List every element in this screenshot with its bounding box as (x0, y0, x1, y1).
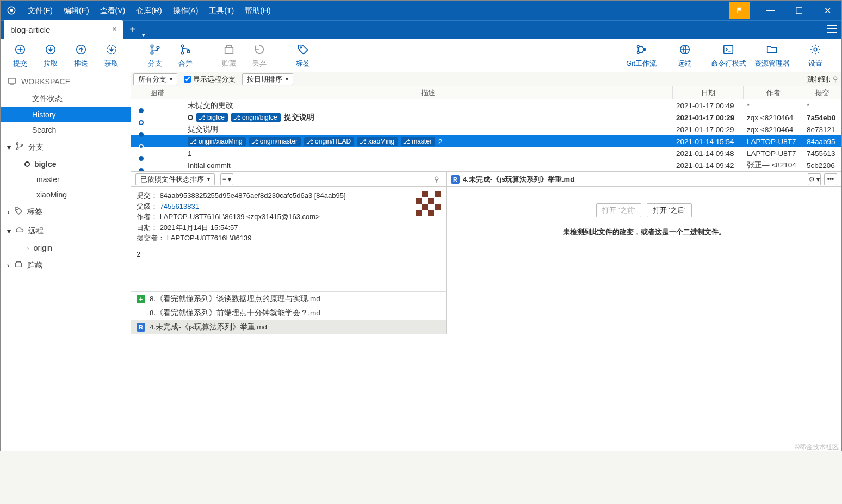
merge-button[interactable]: 合并 (170, 42, 201, 69)
cli-button[interactable]: 命令行模式 (707, 42, 750, 69)
tags-section[interactable]: › 标签 (1, 202, 131, 221)
branch-item[interactable]: xiaoMing (1, 187, 131, 202)
resmgr-button[interactable]: 资源管理器 (750, 42, 794, 69)
filter-bar: 所有分支▾ 显示远程分支 按日期排序▾ 跳转到:⚲ (131, 72, 841, 86)
svg-point-19 (300, 46, 302, 48)
toolbar: 提交拉取推送获取分支合并贮藏丢弃标签 Git工作流远端命令行模式资源管理器设置 (1, 39, 841, 72)
svg-point-28 (16, 143, 18, 145)
branches-section[interactable]: ▾ 分支 (1, 138, 131, 157)
ref-badge: ⎇bigIce (196, 113, 228, 122)
pull-button[interactable]: 拉取 (35, 42, 66, 69)
stashes-section[interactable]: › 贮藏 (1, 256, 131, 275)
resmgr-icon (766, 42, 778, 57)
show-remote-checkbox[interactable]: 显示远程分支 (184, 74, 236, 84)
file-row[interactable]: +8.《看完就懂系列》谈谈数据埋点的原理与实现.md (131, 292, 446, 306)
tag-button[interactable]: 标签 (288, 42, 318, 69)
svg-point-14 (181, 45, 184, 47)
parent-link[interactable]: 7455613831 (160, 202, 199, 210)
remotes-section[interactable]: ▾ 远程 (1, 221, 131, 240)
search-icon[interactable]: ⚲ (430, 175, 444, 183)
svg-point-11 (151, 45, 153, 47)
stash-icon (14, 260, 23, 270)
commit-row[interactable]: 未提交的更改2021-01-17 00:49** (131, 99, 841, 111)
changed-files: +8.《看完就懂系列》谈谈数据埋点的原理与实现.md−8.《看完就懂系列》前端埋… (131, 291, 446, 334)
svg-point-30 (21, 144, 22, 146)
commit-icon (14, 42, 26, 57)
discard-button[interactable]: 丢弃 (244, 42, 275, 69)
gitflow-icon (635, 42, 647, 57)
menu-item[interactable]: 帮助(H) (239, 1, 276, 20)
settings-icon (809, 42, 821, 57)
svg-rect-33 (16, 262, 20, 263)
svg-rect-26 (8, 78, 16, 83)
add-tab-button[interactable]: + (123, 20, 142, 39)
close-button[interactable]: ✕ (813, 1, 841, 20)
list-view-button[interactable]: ≡ ▾ (220, 173, 233, 185)
notification-flag-icon[interactable] (729, 2, 750, 19)
menu-item[interactable]: 查看(V) (95, 1, 131, 20)
remote-button[interactable]: 远端 (663, 42, 707, 69)
watermark: ©稀金技术社区 (795, 443, 839, 452)
sidebar: WORKSPACE 文件状态HistorySearch ▾ 分支 bigIcem… (1, 72, 131, 451)
menu-item[interactable]: 文件(F) (22, 1, 58, 20)
sidebar-item[interactable]: Search (1, 122, 131, 138)
branch-icon (15, 142, 24, 152)
branch-item[interactable]: master (1, 172, 131, 187)
open-after-button[interactable]: 打开 '之后' (647, 203, 692, 217)
file-row[interactable]: −8.《看完就懂系列》前端埋点十分钟就能学会？.md (131, 306, 446, 320)
push-button[interactable]: 推送 (66, 42, 96, 69)
branch-button[interactable]: 分支 (140, 42, 170, 69)
commit-row[interactable]: 提交说明2021-01-17 00:29zqx <82104648e73121 (131, 123, 841, 135)
tab-label: blog-article (10, 25, 50, 34)
stash-button[interactable]: 贮藏 (214, 42, 244, 69)
maximize-button[interactable]: ☐ (785, 1, 813, 20)
minimize-button[interactable]: — (757, 1, 785, 20)
close-tab-icon[interactable]: × (112, 24, 117, 34)
remote-icon (679, 42, 691, 57)
diff-file-name: 4.未完成-《js玩算法系列》举重.md (463, 175, 574, 184)
commit-row[interactable]: Initial commit2021-01-14 09:42张正— <82104… (131, 159, 841, 171)
svg-point-12 (151, 52, 153, 54)
commit-list: 未提交的更改2021-01-17 00:49**⎇bigIce⎇origin/b… (131, 99, 841, 171)
commit-row[interactable]: ⎇bigIce⎇origin/bigIce提交说明2021-01-17 00:2… (131, 111, 841, 123)
workspace-section: WORKSPACE (1, 72, 131, 91)
svg-rect-32 (15, 263, 21, 267)
gitflow-button[interactable]: Git工作流 (620, 42, 663, 69)
svg-point-31 (16, 209, 17, 210)
cloud-icon (15, 226, 24, 236)
remote-item[interactable]: ›origin (1, 240, 131, 256)
repo-tab[interactable]: blog-article × (4, 20, 123, 39)
diff-more-button[interactable]: ••• (824, 173, 837, 185)
svg-rect-18 (226, 45, 231, 47)
open-before-button[interactable]: 打开 '之前' (596, 203, 641, 217)
commit-headers: 图谱 描述 日期 作者 提交 (131, 86, 841, 99)
svg-point-13 (157, 46, 159, 49)
commit-button[interactable]: 提交 (5, 42, 35, 69)
svg-point-25 (814, 48, 817, 51)
branch-item[interactable]: bigIce (1, 157, 131, 172)
ren-status-icon: R (137, 323, 145, 332)
diff-settings-button[interactable]: ⚙ ▾ (808, 173, 821, 185)
merge-icon (179, 42, 191, 57)
menu-item[interactable]: 操作(A) (168, 1, 204, 20)
fetch-button[interactable]: 获取 (96, 42, 127, 69)
branch-filter-dropdown[interactable]: 所有分支▾ (133, 73, 177, 85)
diff-panel: R 4.未完成-《js玩算法系列》举重.md ⚙ ▾ ••• 打开 '之前' 打… (447, 172, 841, 334)
sort-dropdown[interactable]: 按日期排序▾ (242, 73, 293, 85)
settings-button[interactable]: 设置 (794, 42, 837, 69)
menu-item[interactable]: 仓库(R) (131, 1, 167, 20)
jump-to[interactable]: 跳转到:⚲ (807, 74, 838, 84)
hamburger-icon[interactable] (822, 19, 841, 39)
sidebar-item[interactable]: History (1, 107, 131, 122)
file-sort-dropdown[interactable]: 已依照文件状态排序▾ (135, 173, 215, 185)
tab-dropdown-icon[interactable]: ▾ (142, 32, 152, 39)
commit-row[interactable]: 12021-01-14 09:48LAPTOP-U8T77455613 (131, 147, 841, 159)
chevron-down-icon: ▾ (7, 143, 11, 152)
file-row[interactable]: R4.未完成-《js玩算法系列》举重.md (131, 320, 446, 334)
menu-item[interactable]: 工具(T) (203, 1, 239, 20)
add-status-icon: + (137, 295, 145, 303)
tab-bar: blog-article × + ▾ (1, 20, 841, 39)
sidebar-item[interactable]: 文件状态 (1, 91, 131, 107)
commit-row[interactable]: ⎇origin/xiaoMing⎇origin/master⎇origin/HE… (131, 135, 841, 147)
menu-item[interactable]: 编辑(E) (58, 1, 95, 20)
